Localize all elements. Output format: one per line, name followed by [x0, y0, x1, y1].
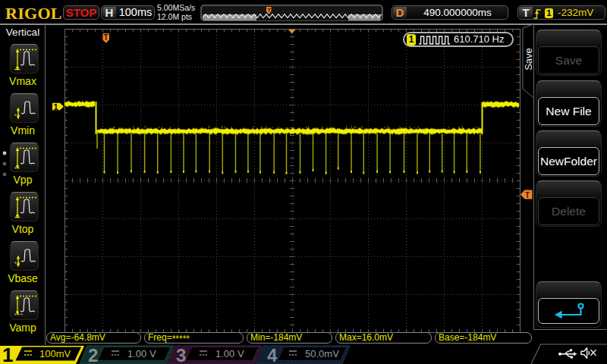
- svg-text:100mV: 100mV: [39, 348, 71, 359]
- svg-text:3: 3: [176, 345, 186, 364]
- svg-text:2: 2: [88, 345, 98, 364]
- svg-text:4: 4: [267, 345, 278, 364]
- svg-text:1.00 V: 1.00 V: [127, 348, 156, 359]
- svg-text:1: 1: [2, 344, 13, 364]
- svg-text:50.0mV: 50.0mV: [305, 348, 339, 359]
- svg-text:1.00 V: 1.00 V: [215, 348, 244, 359]
